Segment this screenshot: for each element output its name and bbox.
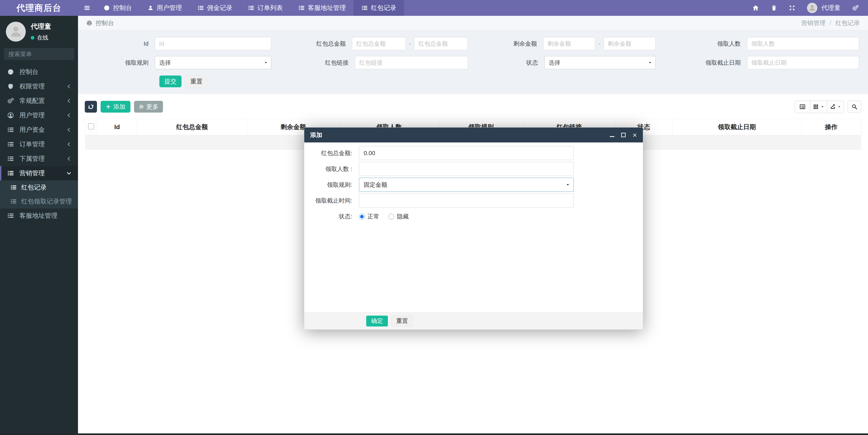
sidebar-item-label: 订单管理	[20, 140, 45, 149]
caret-down-icon	[566, 183, 570, 187]
filter-remain-min-input[interactable]	[543, 37, 595, 50]
modal-total-input[interactable]	[359, 146, 574, 160]
modal-rule-select[interactable]: 固定金额	[359, 178, 574, 192]
sidebar-item-label: 权限管理	[20, 82, 45, 91]
grid-icon	[813, 104, 819, 110]
status-option-hidden[interactable]: 隐藏	[388, 213, 409, 220]
modal-rule-value: 固定金额	[364, 181, 387, 189]
filter-deadline-input[interactable]	[747, 56, 859, 69]
nav-item-dashboard[interactable]: 控制台	[96, 0, 140, 16]
status-option-normal[interactable]: 正常	[359, 213, 379, 220]
modal-field-status: 状态: 正常 隐藏	[304, 213, 643, 220]
filter-deadline-label: 领取截止日期	[655, 59, 747, 67]
list-icon	[197, 5, 204, 11]
filter-remain-max-input[interactable]	[603, 37, 655, 50]
sidebar-item-user-funds[interactable]: 用户资金	[0, 123, 78, 137]
maximize-icon	[621, 133, 626, 137]
hamburger-icon	[84, 4, 90, 11]
trash-icon	[771, 5, 777, 11]
more-button[interactable]: 更多	[134, 101, 163, 113]
dashboard-icon	[103, 5, 110, 11]
export-button[interactable]	[827, 101, 844, 113]
chevron-left-icon	[66, 142, 72, 147]
nav-item-commission[interactable]: 佣金记录	[190, 0, 240, 16]
modal-header[interactable]: 添加 ×	[304, 127, 643, 143]
sidebar-search-input[interactable]	[8, 51, 84, 58]
column-header-actions: 操作	[801, 119, 861, 135]
export-icon	[830, 104, 836, 110]
toggle-view-button[interactable]	[795, 101, 810, 113]
caret-down-icon	[837, 105, 841, 108]
modal-deadline-input[interactable]	[359, 193, 574, 208]
columns-button[interactable]	[810, 101, 827, 113]
filter-rule-value: 选择	[159, 59, 171, 67]
filter-total-min-input[interactable]	[352, 37, 406, 50]
breadcrumb-link-marketing[interactable]: 营销管理	[801, 19, 826, 27]
home-button[interactable]	[752, 4, 759, 11]
filter-group-status: 状态 选择	[468, 56, 655, 69]
sidebar-item-general-config[interactable]: 常规配置	[0, 94, 78, 108]
sidebar-item-permissions[interactable]: 权限管理	[0, 79, 78, 94]
sidebar-toggle-button[interactable]	[78, 0, 96, 16]
add-modal: 添加 × 红包总金额: 领取人数 : 领取规则: 固定金额 领取截止时间:	[304, 127, 643, 330]
filter-link-input[interactable]	[355, 56, 468, 69]
sidebar-item-service-address[interactable]: 客服地址管理	[0, 209, 78, 223]
app-brand: 代理商后台	[0, 0, 78, 16]
radio-hidden[interactable]	[388, 214, 394, 220]
user-menu[interactable]: 代理童	[807, 3, 840, 13]
select-all-checkbox[interactable]	[88, 123, 94, 129]
modal-people-label: 领取人数 :	[304, 165, 359, 173]
filter-status-label: 状态	[468, 59, 544, 67]
nav-item-redpacket[interactable]: 红包记录	[353, 0, 404, 16]
nav-item-service-address[interactable]: 客服地址管理	[290, 0, 353, 16]
modal-field-total-amount: 红包总金额:	[304, 146, 643, 160]
filter-rule-select[interactable]: 选择	[155, 56, 271, 69]
sidebar-subitem-redpacket-claim-records[interactable]: 红包领取记录管理	[0, 194, 78, 209]
settings-button[interactable]	[852, 4, 859, 11]
table-search-button[interactable]	[848, 101, 861, 113]
breadcrumb-link-redpacket[interactable]: 红包记录	[835, 19, 860, 27]
reset-button[interactable]: 重置	[186, 75, 207, 87]
minimize-icon	[610, 136, 614, 137]
nav-item-users[interactable]: 用户管理	[140, 0, 190, 16]
modal-close-button[interactable]: ×	[632, 132, 637, 138]
sidebar-item-marketing-management[interactable]: 营销管理	[0, 166, 78, 180]
modal-people-input[interactable]	[359, 162, 574, 176]
submit-button[interactable]: 提交	[159, 75, 182, 87]
add-button[interactable]: 添加	[101, 101, 130, 113]
nav-item-label: 佣金记录	[207, 4, 232, 12]
sidebar-subitem-redpacket-records[interactable]: 红包记录	[0, 180, 78, 194]
column-header-total-amount: 红包总金额	[137, 119, 247, 135]
sidebar-item-user-management[interactable]: 用户管理	[0, 108, 78, 123]
filter-rule-label: 领取规则	[85, 59, 155, 67]
filter-total-max-input[interactable]	[414, 37, 468, 50]
radio-normal-label: 正常	[368, 213, 379, 220]
radio-normal[interactable]	[359, 214, 365, 220]
gears-icon	[7, 97, 14, 104]
chevron-left-icon	[66, 98, 72, 103]
username: 代理童	[822, 4, 840, 12]
sidebar-item-dashboard[interactable]: 控制台	[0, 65, 78, 79]
refresh-button[interactable]	[85, 101, 97, 113]
clear-cache-button[interactable]	[771, 5, 777, 11]
sidebar-item-order-management[interactable]: 订单管理	[0, 137, 78, 152]
breadcrumb-dashboard-link[interactable]: 控制台	[86, 19, 114, 27]
table-view-icon	[799, 103, 806, 110]
filter-remain-label: 剩余金额	[468, 40, 543, 48]
modal-confirm-button[interactable]: 确定	[366, 316, 388, 327]
nav-item-orders[interactable]: 订单列表	[240, 0, 290, 16]
filter-people-input[interactable]	[747, 37, 859, 50]
sidebar-item-label: 营销管理	[20, 169, 45, 178]
filter-group-remaining-amount: 剩余金额 -	[468, 37, 655, 50]
top-navbar: 代理商后台 控制台 用户管理 佣金记录 订单列表 客服地址管理 红包记录 代理童	[0, 0, 868, 16]
filter-status-select[interactable]: 选择	[544, 56, 655, 69]
radio-hidden-label: 隐藏	[397, 213, 409, 220]
modal-minimize-button[interactable]	[610, 132, 614, 138]
fullscreen-button[interactable]	[789, 5, 795, 11]
search-icon	[851, 104, 857, 110]
modal-maximize-button[interactable]	[621, 132, 626, 138]
sidebar-item-subordinate-management[interactable]: 下属管理	[0, 152, 78, 166]
modal-reset-button[interactable]: 重置	[392, 316, 413, 327]
filter-id-input[interactable]	[155, 37, 271, 50]
more-button-label: 更多	[146, 103, 158, 111]
